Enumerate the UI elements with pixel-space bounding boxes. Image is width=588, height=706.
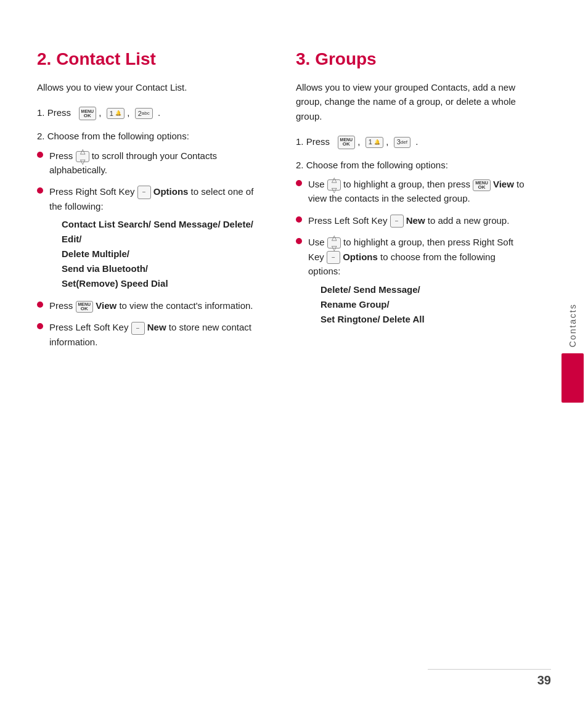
left-column: 2. Contact List Allows you to view your …: [37, 49, 284, 669]
step1-contact-list: 1. Press MENU OK , 1 🔔 , 2abc .: [37, 105, 265, 120]
groups-bullet-list: Use △▽ to highlight a group, then press …: [296, 177, 530, 327]
page-number-line: [428, 669, 551, 670]
bullet-dot-g1: [296, 180, 302, 186]
sidebar-accent-bar: [561, 353, 584, 403]
bullet-options: Press Right Soft Key − Options to select…: [37, 184, 265, 291]
left-soft-key-1: −: [131, 322, 145, 335]
step2-label-groups: 2. Choose from the following options:: [296, 158, 530, 172]
nav-key-g2: △▽: [327, 237, 341, 248]
nav-key-g1: △▽: [327, 179, 341, 191]
menu-ok-key-1: MENU OK: [79, 107, 97, 120]
bullet-content-new-group: Press Left Soft Key − New to add a new g…: [308, 213, 530, 228]
section-intro-contact-list: Allows you to view your Contact List.: [37, 80, 265, 94]
key-1-g: 1 🔔: [365, 137, 383, 148]
bullet-dot-2: [37, 187, 43, 194]
bullet-content-scroll: Press △▽ to scroll through your Contacts…: [49, 149, 265, 178]
bullet-new-contact: Press Left Soft Key − New to store new c…: [37, 320, 265, 349]
bullet-content-new: Press Left Soft Key − New to store new c…: [49, 320, 265, 349]
bullet-highlight-options: Use △▽ to highlight a group, then press …: [296, 235, 530, 326]
bullet-dot-1: [37, 152, 43, 158]
left-soft-key-g: −: [390, 215, 404, 228]
options-bold-1: Options: [153, 186, 189, 197]
step1-groups: 1. Press MENU OK , 1 🔔 , 3def .: [296, 134, 530, 149]
step2-groups: 2. Choose from the following options: Us…: [296, 158, 530, 327]
bullet-dot-3: [37, 302, 43, 308]
right-soft-key-g: −: [327, 251, 340, 265]
options-bold-g: Options: [343, 252, 378, 262]
page-container: 2. Contact List Allows you to view your …: [0, 0, 588, 706]
bullet-content-highlight-options: Use △▽ to highlight a group, then press …: [308, 235, 530, 326]
key-3def: 3def: [394, 137, 410, 148]
bullet-highlight-view: Use △▽ to highlight a group, then press …: [296, 177, 530, 206]
contact-bullet-list: Press △▽ to scroll through your Contacts…: [37, 149, 265, 350]
page-number: 39: [537, 673, 551, 688]
sidebar-container: Contacts: [557, 0, 588, 706]
sub-options-contact: Contact List Search/ Send Message/ Delet…: [49, 217, 265, 291]
page-number-bar: 39: [428, 669, 551, 688]
view-bold: View: [96, 300, 116, 311]
sidebar-label: Contacts: [568, 303, 578, 347]
right-column: 3. Groups Allows you to view your groupe…: [284, 49, 530, 669]
bullet-new-group: Press Left Soft Key − New to add a new g…: [296, 213, 530, 228]
section-title-groups: 3. Groups: [296, 49, 530, 69]
bullet-view: Press MENUOK View to view the contact's …: [37, 298, 265, 313]
view-bold-g: View: [493, 179, 514, 189]
section-title-contact-list: 2. Contact List: [37, 49, 265, 69]
bullet-scroll: Press △▽ to scroll through your Contacts…: [37, 149, 265, 178]
step1-label: 1. Press: [37, 107, 71, 118]
menu-ok-key-g2: MENUOK: [473, 179, 491, 191]
key-1-1: 1 🔔: [107, 108, 125, 119]
bullet-content-view: Press MENUOK View to view the contact's …: [49, 298, 265, 313]
step2-contact-list: 2. Choose from the following options: Pr…: [37, 129, 265, 349]
section-intro-groups: Allows you to view your grouped Contacts…: [296, 80, 530, 123]
bullet-dot-g2: [296, 216, 302, 223]
step1-groups-label: 1. Press: [296, 136, 330, 147]
right-soft-key-1: −: [137, 186, 151, 199]
nav-key-1: △▽: [76, 151, 89, 162]
menu-ok-key-view: MENUOK: [76, 301, 94, 313]
bullet-content-options: Press Right Soft Key − Options to select…: [49, 184, 265, 291]
key-2abc-1: 2abc: [135, 108, 153, 119]
bullet-dot-g3: [296, 238, 302, 244]
step2-label-contact: 2. Choose from the following options:: [37, 129, 265, 143]
new-bold-g: New: [406, 215, 425, 226]
menu-ok-key-g1: MENU OK: [338, 136, 356, 149]
sub-options-groups: Delete/ Send Message/Rename Group/Set Ri…: [308, 282, 530, 327]
new-bold-1: New: [147, 322, 166, 332]
bullet-content-highlight-view: Use △▽ to highlight a group, then press …: [308, 177, 530, 206]
bullet-dot-4: [37, 323, 43, 329]
